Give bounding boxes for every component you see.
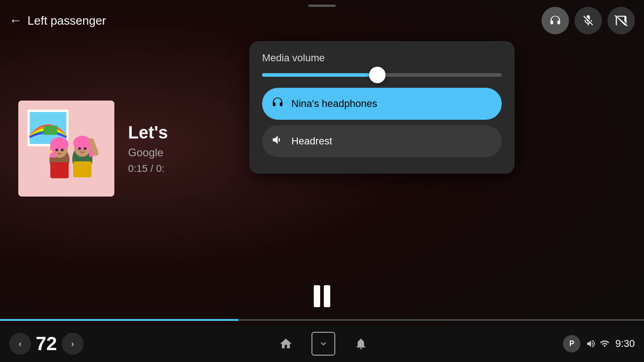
output-option-headrest[interactable]: Headrest [262, 125, 502, 157]
svg-point-16 [84, 147, 86, 150]
svg-rect-17 [73, 161, 91, 177]
album-art-image [18, 101, 114, 197]
nav-left: ‹ 72 › [9, 333, 84, 355]
svg-rect-3 [43, 126, 57, 135]
progress-bar-fill [0, 319, 238, 321]
track-title: Let's [128, 123, 168, 143]
notification-icon [354, 337, 367, 350]
volume-slider-container[interactable] [262, 73, 502, 77]
pause-button[interactable] [314, 285, 330, 307]
speaker-output-icon [271, 133, 284, 149]
track-info: Let's Google 0:15 / 0: [128, 123, 168, 175]
mic-off-button[interactable] [574, 7, 602, 34]
nav-center [274, 332, 373, 356]
album-art [18, 101, 114, 197]
home-icon [279, 337, 293, 351]
volume-down-button[interactable]: ‹ [9, 333, 31, 355]
progress-bar-bg [0, 319, 644, 321]
volume-slider-track [262, 73, 502, 77]
volume-popup: Media volume Nina's headphones Headrest [249, 41, 515, 174]
svg-rect-10 [50, 162, 69, 178]
output-option-ninas-headphones[interactable]: Nina's headphones [262, 88, 502, 120]
time-display: 9:30 [615, 338, 635, 350]
progress-bar-container[interactable] [0, 319, 644, 321]
track-time: 0:15 / 0: [128, 163, 168, 175]
svg-point-15 [78, 147, 81, 150]
volume-label: Media volume [262, 52, 502, 64]
screen-off-icon [615, 14, 628, 27]
volume-status-icon [586, 339, 596, 349]
notification-button[interactable] [349, 332, 373, 356]
headphones-button[interactable] [542, 7, 569, 34]
right-arrow-icon: › [71, 339, 74, 349]
back-arrow-icon: ← [9, 13, 22, 28]
headphones-output-icon [271, 96, 284, 112]
volume-number: 72 [36, 333, 57, 355]
headrest-label: Headrest [291, 135, 332, 147]
svg-point-19 [50, 150, 53, 153]
pause-bar-right [324, 285, 330, 307]
nav-right: P 9:30 [563, 335, 635, 352]
collapse-icon [318, 339, 328, 349]
back-button[interactable]: ← Left passenger [9, 13, 106, 28]
screen-off-button[interactable] [607, 7, 635, 34]
pause-bar-left [314, 285, 320, 307]
top-icons [542, 7, 635, 34]
bottom-nav: ‹ 72 › P [0, 325, 644, 362]
mic-off-icon [582, 14, 595, 27]
parking-label: P [569, 340, 574, 348]
ninas-headphones-label: Nina's headphones [291, 98, 377, 110]
svg-point-8 [55, 149, 58, 151]
top-bar: ← Left passenger [0, 0, 644, 41]
status-icons [586, 339, 610, 349]
collapse-button[interactable] [311, 332, 335, 356]
page-title: Left passenger [27, 14, 106, 28]
signal-icon [600, 339, 610, 349]
home-button[interactable] [274, 332, 298, 356]
left-arrow-icon: ‹ [19, 339, 21, 349]
volume-up-button[interactable]: › [62, 333, 84, 355]
parking-button[interactable]: P [563, 335, 580, 352]
track-artist: Google [128, 146, 168, 159]
volume-slider-thumb[interactable] [369, 67, 386, 83]
svg-point-13 [73, 136, 91, 150]
volume-slider-fill [262, 73, 377, 77]
svg-point-9 [61, 149, 64, 151]
play-controls [314, 285, 330, 307]
headphones-icon [549, 14, 562, 27]
